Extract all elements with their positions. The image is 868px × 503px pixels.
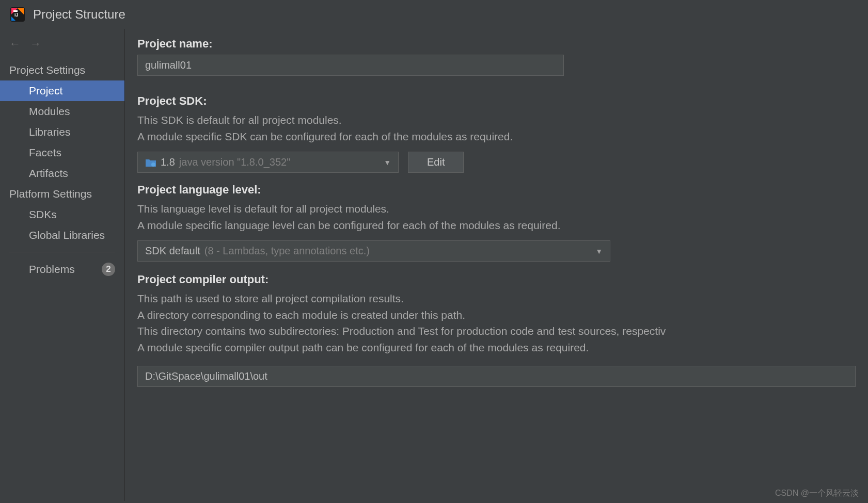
sidebar-heading-project-settings: Project Settings: [0, 60, 124, 80]
lang-help-line2: A module specific language level can be …: [137, 217, 856, 234]
project-name-input[interactable]: [137, 55, 564, 76]
sidebar-item-project[interactable]: Project: [0, 80, 124, 101]
project-name-label: Project name:: [137, 37, 856, 51]
sidebar-item-modules[interactable]: Modules: [0, 101, 124, 122]
lang-level-prefix: SDK default: [145, 245, 200, 257]
sidebar: ← → Project Settings Project Modules Lib…: [0, 29, 125, 501]
intellij-icon: IJ: [9, 6, 26, 23]
chevron-down-icon: ▼: [384, 158, 391, 167]
lang-level-label: Project language level:: [137, 183, 856, 197]
problems-count-badge: 2: [102, 263, 115, 276]
sidebar-item-global-libraries[interactable]: Global Libraries: [0, 225, 124, 246]
lang-help-text: This language level is default for all p…: [137, 201, 856, 233]
project-sdk-label: Project SDK:: [137, 94, 856, 108]
sidebar-item-libraries[interactable]: Libraries: [0, 122, 124, 142]
content-panel: Project name: Project SDK: This SDK is d…: [125, 29, 868, 501]
svg-point-3: [151, 163, 155, 167]
sdk-help-text: This SDK is default for all project modu…: [137, 112, 856, 144]
edit-sdk-button[interactable]: Edit: [408, 152, 464, 173]
lang-help-line1: This language level is default for all p…: [137, 201, 856, 217]
sidebar-item-artifacts[interactable]: Artifacts: [0, 163, 124, 184]
compiler-output-label: Project compiler output:: [137, 273, 856, 286]
watermark: CSDN @一个风轻云淡: [775, 488, 859, 499]
svg-text:IJ: IJ: [14, 12, 19, 18]
sdk-dropdown[interactable]: 1.8 java version "1.8.0_352" ▼: [137, 152, 399, 173]
title-bar: IJ Project Structure: [0, 0, 868, 29]
compiler-help-line4: A module specific compiler output path c…: [137, 339, 856, 356]
sidebar-divider: [9, 252, 115, 252]
folder-icon: [145, 158, 156, 167]
window-title: Project Structure: [33, 7, 125, 22]
sdk-help-line1: This SDK is default for all project modu…: [137, 112, 856, 128]
sidebar-item-sdks[interactable]: SDKs: [0, 204, 124, 225]
nav-arrows: ← →: [0, 33, 124, 60]
lang-level-dropdown[interactable]: SDK default (8 - Lambdas, type annotatio…: [137, 240, 610, 262]
forward-arrow-icon[interactable]: →: [30, 37, 41, 51]
compiler-output-input[interactable]: [137, 366, 856, 387]
sdk-version-detail: java version "1.8.0_352": [179, 156, 290, 168]
compiler-help-line2: A directory corresponding to each module…: [137, 307, 856, 323]
back-arrow-icon[interactable]: ←: [9, 37, 21, 51]
sidebar-heading-platform-settings: Platform Settings: [0, 184, 124, 204]
compiler-help-line3: This directory contains two subdirectori…: [137, 323, 856, 339]
compiler-help-line1: This path is used to store all project c…: [137, 290, 856, 307]
sdk-version-prefix: 1.8: [161, 156, 175, 168]
problems-label: Problems: [29, 263, 75, 275]
chevron-down-icon: ▼: [595, 247, 603, 255]
sidebar-item-facets[interactable]: Facets: [0, 142, 124, 163]
sidebar-item-problems[interactable]: Problems 2: [0, 258, 124, 280]
svg-rect-1: [13, 10, 18, 12]
lang-level-detail: (8 - Lambdas, type annotations etc.): [204, 245, 370, 257]
compiler-help-text: This path is used to store all project c…: [137, 290, 856, 355]
sdk-help-line2: A module specific SDK can be configured …: [137, 128, 856, 145]
